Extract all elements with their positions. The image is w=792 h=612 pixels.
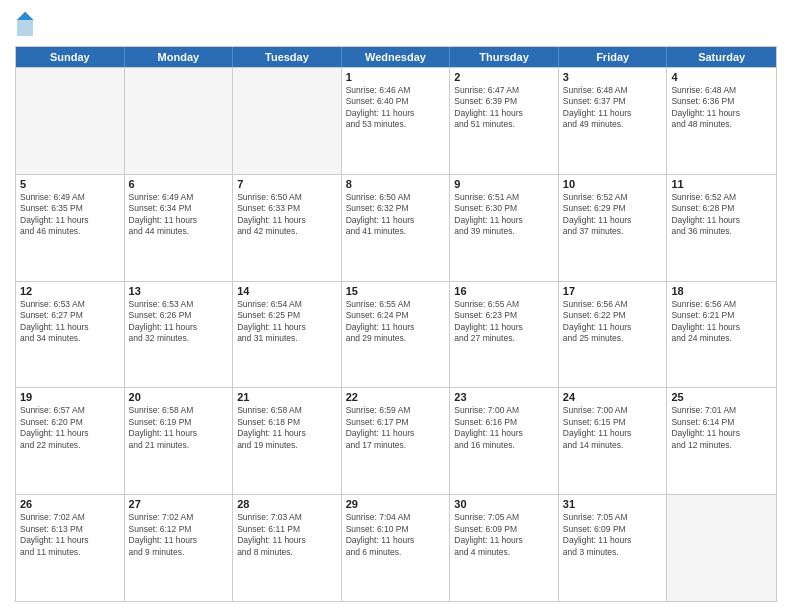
calendar-day-26: 26Sunrise: 7:02 AM Sunset: 6:13 PM Dayli… (16, 495, 125, 601)
day-number: 10 (563, 178, 663, 190)
calendar-day-25: 25Sunrise: 7:01 AM Sunset: 6:14 PM Dayli… (667, 388, 776, 494)
calendar-day-31: 31Sunrise: 7:05 AM Sunset: 6:09 PM Dayli… (559, 495, 668, 601)
day-number: 24 (563, 391, 663, 403)
calendar-body: 1Sunrise: 6:46 AM Sunset: 6:40 PM Daylig… (16, 67, 776, 601)
svg-marker-5 (17, 12, 33, 20)
weekday-header-friday: Friday (559, 47, 668, 67)
calendar-empty-cell (667, 495, 776, 601)
calendar-day-29: 29Sunrise: 7:04 AM Sunset: 6:10 PM Dayli… (342, 495, 451, 601)
calendar-row-5: 26Sunrise: 7:02 AM Sunset: 6:13 PM Dayli… (16, 494, 776, 601)
logo (15, 10, 39, 38)
day-number: 12 (20, 285, 120, 297)
day-info: Sunrise: 6:49 AM Sunset: 6:35 PM Dayligh… (20, 192, 120, 238)
calendar-empty-cell (233, 68, 342, 174)
weekday-header-thursday: Thursday (450, 47, 559, 67)
calendar-day-23: 23Sunrise: 7:00 AM Sunset: 6:16 PM Dayli… (450, 388, 559, 494)
calendar-day-20: 20Sunrise: 6:58 AM Sunset: 6:19 PM Dayli… (125, 388, 234, 494)
calendar-day-1: 1Sunrise: 6:46 AM Sunset: 6:40 PM Daylig… (342, 68, 451, 174)
day-info: Sunrise: 7:01 AM Sunset: 6:14 PM Dayligh… (671, 405, 772, 451)
day-number: 27 (129, 498, 229, 510)
day-info: Sunrise: 6:51 AM Sunset: 6:30 PM Dayligh… (454, 192, 554, 238)
day-number: 16 (454, 285, 554, 297)
calendar-row-1: 1Sunrise: 6:46 AM Sunset: 6:40 PM Daylig… (16, 67, 776, 174)
day-info: Sunrise: 7:02 AM Sunset: 6:12 PM Dayligh… (129, 512, 229, 558)
calendar-day-18: 18Sunrise: 6:56 AM Sunset: 6:21 PM Dayli… (667, 282, 776, 388)
calendar-header: SundayMondayTuesdayWednesdayThursdayFrid… (16, 47, 776, 67)
day-number: 1 (346, 71, 446, 83)
day-number: 19 (20, 391, 120, 403)
calendar-empty-cell (16, 68, 125, 174)
calendar-day-4: 4Sunrise: 6:48 AM Sunset: 6:36 PM Daylig… (667, 68, 776, 174)
day-number: 15 (346, 285, 446, 297)
day-number: 28 (237, 498, 337, 510)
day-info: Sunrise: 6:50 AM Sunset: 6:32 PM Dayligh… (346, 192, 446, 238)
day-number: 20 (129, 391, 229, 403)
calendar-day-6: 6Sunrise: 6:49 AM Sunset: 6:34 PM Daylig… (125, 175, 234, 281)
day-info: Sunrise: 6:49 AM Sunset: 6:34 PM Dayligh… (129, 192, 229, 238)
day-number: 17 (563, 285, 663, 297)
day-number: 21 (237, 391, 337, 403)
calendar: SundayMondayTuesdayWednesdayThursdayFrid… (15, 46, 777, 602)
calendar-day-19: 19Sunrise: 6:57 AM Sunset: 6:20 PM Dayli… (16, 388, 125, 494)
day-info: Sunrise: 7:03 AM Sunset: 6:11 PM Dayligh… (237, 512, 337, 558)
calendar-day-27: 27Sunrise: 7:02 AM Sunset: 6:12 PM Dayli… (125, 495, 234, 601)
day-info: Sunrise: 7:02 AM Sunset: 6:13 PM Dayligh… (20, 512, 120, 558)
calendar-day-30: 30Sunrise: 7:05 AM Sunset: 6:09 PM Dayli… (450, 495, 559, 601)
day-number: 5 (20, 178, 120, 190)
calendar-day-13: 13Sunrise: 6:53 AM Sunset: 6:26 PM Dayli… (125, 282, 234, 388)
day-number: 22 (346, 391, 446, 403)
calendar-row-3: 12Sunrise: 6:53 AM Sunset: 6:27 PM Dayli… (16, 281, 776, 388)
calendar-day-3: 3Sunrise: 6:48 AM Sunset: 6:37 PM Daylig… (559, 68, 668, 174)
calendar-day-16: 16Sunrise: 6:55 AM Sunset: 6:23 PM Dayli… (450, 282, 559, 388)
calendar-day-2: 2Sunrise: 6:47 AM Sunset: 6:39 PM Daylig… (450, 68, 559, 174)
day-number: 31 (563, 498, 663, 510)
weekday-header-sunday: Sunday (16, 47, 125, 67)
calendar-day-12: 12Sunrise: 6:53 AM Sunset: 6:27 PM Dayli… (16, 282, 125, 388)
day-info: Sunrise: 6:58 AM Sunset: 6:19 PM Dayligh… (129, 405, 229, 451)
calendar-day-17: 17Sunrise: 6:56 AM Sunset: 6:22 PM Dayli… (559, 282, 668, 388)
weekday-header-wednesday: Wednesday (342, 47, 451, 67)
calendar-page: SundayMondayTuesdayWednesdayThursdayFrid… (0, 0, 792, 612)
day-info: Sunrise: 6:56 AM Sunset: 6:22 PM Dayligh… (563, 299, 663, 345)
calendar-row-2: 5Sunrise: 6:49 AM Sunset: 6:35 PM Daylig… (16, 174, 776, 281)
day-number: 29 (346, 498, 446, 510)
day-number: 6 (129, 178, 229, 190)
calendar-day-24: 24Sunrise: 7:00 AM Sunset: 6:15 PM Dayli… (559, 388, 668, 494)
svg-rect-3 (17, 20, 33, 36)
day-info: Sunrise: 6:56 AM Sunset: 6:21 PM Dayligh… (671, 299, 772, 345)
calendar-day-21: 21Sunrise: 6:58 AM Sunset: 6:18 PM Dayli… (233, 388, 342, 494)
day-number: 9 (454, 178, 554, 190)
day-info: Sunrise: 6:55 AM Sunset: 6:23 PM Dayligh… (454, 299, 554, 345)
day-info: Sunrise: 6:46 AM Sunset: 6:40 PM Dayligh… (346, 85, 446, 131)
day-info: Sunrise: 6:59 AM Sunset: 6:17 PM Dayligh… (346, 405, 446, 451)
calendar-day-14: 14Sunrise: 6:54 AM Sunset: 6:25 PM Dayli… (233, 282, 342, 388)
day-info: Sunrise: 7:05 AM Sunset: 6:09 PM Dayligh… (563, 512, 663, 558)
day-info: Sunrise: 6:58 AM Sunset: 6:18 PM Dayligh… (237, 405, 337, 451)
weekday-header-monday: Monday (125, 47, 234, 67)
day-info: Sunrise: 6:52 AM Sunset: 6:29 PM Dayligh… (563, 192, 663, 238)
weekday-header-saturday: Saturday (667, 47, 776, 67)
day-info: Sunrise: 7:00 AM Sunset: 6:16 PM Dayligh… (454, 405, 554, 451)
calendar-day-8: 8Sunrise: 6:50 AM Sunset: 6:32 PM Daylig… (342, 175, 451, 281)
day-info: Sunrise: 6:48 AM Sunset: 6:37 PM Dayligh… (563, 85, 663, 131)
day-info: Sunrise: 6:47 AM Sunset: 6:39 PM Dayligh… (454, 85, 554, 131)
day-info: Sunrise: 6:53 AM Sunset: 6:27 PM Dayligh… (20, 299, 120, 345)
day-number: 3 (563, 71, 663, 83)
day-number: 25 (671, 391, 772, 403)
day-number: 30 (454, 498, 554, 510)
day-info: Sunrise: 6:48 AM Sunset: 6:36 PM Dayligh… (671, 85, 772, 131)
day-number: 4 (671, 71, 772, 83)
day-info: Sunrise: 6:50 AM Sunset: 6:33 PM Dayligh… (237, 192, 337, 238)
day-number: 13 (129, 285, 229, 297)
calendar-row-4: 19Sunrise: 6:57 AM Sunset: 6:20 PM Dayli… (16, 387, 776, 494)
calendar-day-28: 28Sunrise: 7:03 AM Sunset: 6:11 PM Dayli… (233, 495, 342, 601)
calendar-day-9: 9Sunrise: 6:51 AM Sunset: 6:30 PM Daylig… (450, 175, 559, 281)
day-info: Sunrise: 6:52 AM Sunset: 6:28 PM Dayligh… (671, 192, 772, 238)
calendar-day-5: 5Sunrise: 6:49 AM Sunset: 6:35 PM Daylig… (16, 175, 125, 281)
day-info: Sunrise: 6:55 AM Sunset: 6:24 PM Dayligh… (346, 299, 446, 345)
day-number: 26 (20, 498, 120, 510)
day-info: Sunrise: 6:57 AM Sunset: 6:20 PM Dayligh… (20, 405, 120, 451)
day-number: 7 (237, 178, 337, 190)
calendar-day-22: 22Sunrise: 6:59 AM Sunset: 6:17 PM Dayli… (342, 388, 451, 494)
calendar-day-7: 7Sunrise: 6:50 AM Sunset: 6:33 PM Daylig… (233, 175, 342, 281)
